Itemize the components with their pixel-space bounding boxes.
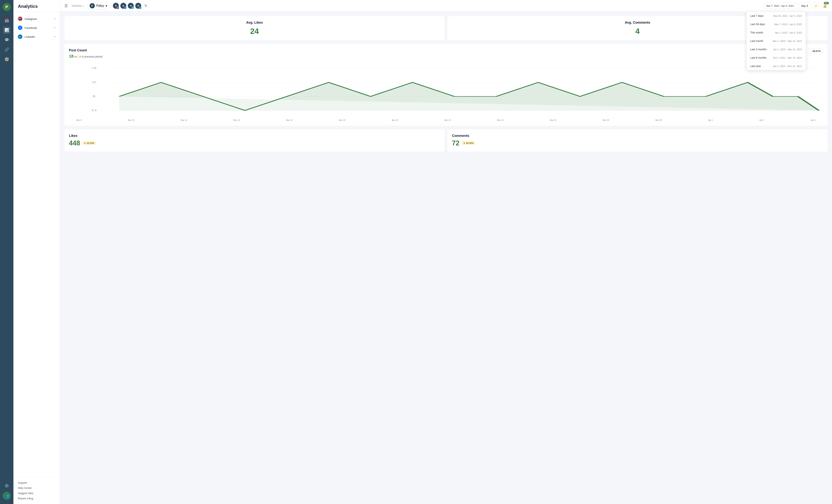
app-logo: P — [3, 3, 11, 11]
comments-value: 72 ▼ 50.34% — [452, 139, 823, 147]
instagram-badge: 📷 — [116, 6, 119, 9]
dropdown-item-last30days[interactable]: Last 30 days Mar 7, 2022 - Apr 5, 2022 — [747, 20, 806, 28]
chart-x-labels: Mar 8 Mar 10 Mar 12 Mar 14 Mar 16 Mar 18… — [69, 119, 823, 121]
sidebar-item-explore[interactable]: 🧭 — [3, 55, 10, 63]
linkedin-label: LinkedIn — [25, 35, 35, 38]
viewing-label: VIEWING > — [72, 4, 84, 7]
comments-card: Comments 72 ▼ 50.34% — [447, 130, 828, 151]
chart-label: Mar 26 — [550, 119, 556, 121]
up-arrow-icon: ↑ — [810, 50, 812, 53]
suggest-idea-link[interactable]: Suggest Idea — [18, 491, 55, 496]
sidebar-item-settings[interactable]: ⚙️ — [3, 482, 10, 489]
menu-button[interactable]: ☰ — [64, 3, 69, 9]
likes-card: Likes 448 ▼ 10.10% — [64, 130, 444, 151]
comments-change-badge: ▼ 50.34% — [462, 141, 475, 145]
sidebar-item-analytics[interactable]: 📊 — [3, 26, 10, 34]
avg-likes-value: 24 — [69, 27, 440, 36]
dropdown-item-last7days[interactable]: Last 7 days Mar 30, 2022 - Apr 5, 2022 — [747, 12, 806, 20]
chart-label: Mar 22 — [444, 119, 451, 121]
chevron-down-icon: ▾ — [54, 18, 55, 20]
likes-value: 448 ▼ 10.10% — [69, 139, 440, 147]
notification-button[interactable]: 🔔 50+ — [822, 2, 828, 9]
page-title: Analytics — [18, 4, 55, 9]
lightning-button[interactable]: ⚡ — [813, 2, 819, 9]
chart-label: Mar 12 — [181, 119, 187, 121]
bottom-stat-cards: Likes 448 ▼ 10.10% Comments 72 ▼ 50.34% — [64, 130, 828, 151]
topbar-right: Mar 7, 2022 - Apr 5, 2022 Day ▾ ⚡ 🔔 50+ — [763, 2, 828, 9]
likes-title: Likes — [69, 134, 440, 138]
chart-label: Mar 18 — [339, 119, 345, 121]
percent-change-badge: ↑ 28.57% — [808, 48, 823, 54]
account-avatar: P — [89, 3, 95, 8]
chart-label: Mar 24 — [497, 119, 503, 121]
dropdown-item-last6months[interactable]: Last 6 months Oct 1, 2021 - Mar 31, 2022 — [747, 54, 806, 62]
help-center-link[interactable]: Help Center — [18, 485, 55, 491]
account-name: Pallyy — [96, 4, 104, 7]
svg-text:1: 1 — [91, 95, 97, 97]
svg-text:0: 0 — [91, 109, 97, 112]
sidebar-item-instagram[interactable]: 📷 Instagram ▾ — [14, 14, 60, 23]
sidebar-footer: Support Help Center Suggest Idea Report … — [14, 477, 60, 504]
dropdown-item-last3months[interactable]: Last 3 months Jan 1, 2022 - Mar 31, 2022 — [747, 45, 806, 54]
platform-avatar-instagram[interactable]: P 📷 — [112, 2, 119, 9]
chart-label: Apr 1 — [708, 119, 713, 121]
account-chevron-icon: ▾ — [106, 4, 107, 8]
chart-label: Mar 14 — [233, 119, 240, 121]
instagram-icon: 📷 — [18, 17, 22, 21]
day-selector[interactable]: Day ▾ — [799, 3, 810, 9]
instagram-label: Instagram — [25, 17, 37, 21]
svg-text:3: 3 — [91, 67, 97, 69]
post-count-chart: 3 2 1 0 — [69, 65, 823, 117]
sidebar-item-messages[interactable]: 💬 — [3, 36, 10, 44]
chevron-down-icon: ▾ — [54, 35, 55, 38]
stat-cards: Avg. Likes 24 Avg. Comments 4 — [64, 16, 828, 40]
platform-avatar-twitter[interactable]: P t — [127, 2, 134, 9]
sidebar-header: Analytics — [14, 0, 60, 12]
sidebar-item-facebook[interactable]: f Facebook ▾ — [14, 23, 60, 32]
sidebar-item-users[interactable]: 👥 — [3, 492, 11, 500]
facebook-icon: f — [18, 26, 22, 30]
chart-label: Mar 16 — [286, 119, 292, 121]
platform-avatars: P 📷 P f P t P in — [112, 2, 141, 9]
chart-label: Mar 30 — [655, 119, 662, 121]
notification-badge: 50+ — [824, 2, 829, 4]
dropdown-item-this-month[interactable]: This month Apr 1, 2022 - Apr 5, 2022 — [747, 28, 806, 37]
chart-label: Mar 8 — [76, 119, 82, 121]
report-bug-link[interactable]: Report a Bug — [18, 496, 55, 501]
sidebar-item-links[interactable]: 🔗 — [3, 46, 10, 53]
date-range-dropdown: Last 7 days Mar 30, 2022 - Apr 5, 2022 L… — [746, 11, 806, 71]
facebook-label: Facebook — [25, 26, 37, 29]
day-chevron-icon: ▾ — [807, 4, 808, 7]
topbar: ☰ VIEWING > P Pallyy ▾ P 📷 P f P t P — [60, 0, 832, 12]
dropdown-item-last-year[interactable]: Last year Jan 1, 2021 - Dec 31, 2021 — [747, 62, 806, 70]
sidebar-item-calendar[interactable]: 📅 — [3, 17, 10, 24]
chart-svg: 3 2 1 0 — [69, 65, 823, 117]
main-content: ☰ VIEWING > P Pallyy ▾ P 📷 P f P t P — [60, 0, 832, 504]
avg-likes-card: Avg. Likes 24 — [64, 16, 444, 40]
chart-label: Mar 28 — [603, 119, 609, 121]
post-count-section: Post Count 18 vs. 14 in previous period … — [64, 44, 828, 126]
facebook-badge: f — [124, 6, 127, 9]
sidebar-nav: 📷 Instagram ▾ f Facebook ▾ in LinkedIn ▾ — [14, 12, 60, 477]
refresh-button[interactable]: ↻ — [145, 4, 147, 8]
dropdown-item-last-month[interactable]: Last month Mar 1, 2022 - Mar 31, 2022 — [747, 37, 806, 45]
chart-label: Mar 20 — [392, 119, 398, 121]
post-count-subtitle: 18 vs. 14 in previous period — [69, 54, 102, 59]
chevron-down-icon: ▾ — [54, 26, 55, 29]
account-selector[interactable]: P Pallyy ▾ — [87, 2, 110, 10]
twitter-badge: t — [132, 6, 134, 9]
chart-label: Apr 5 — [811, 119, 815, 121]
comments-title: Comments — [452, 134, 823, 138]
platform-avatar-linkedin[interactable]: P in — [135, 2, 141, 9]
linkedin-badge: in — [139, 6, 141, 9]
icon-navigation: P 📅 📊 💬 🔗 🧭 ⚙️ 👥 — [0, 0, 14, 504]
sidebar-item-linkedin[interactable]: in LinkedIn ▾ — [14, 32, 60, 41]
chart-label: Mar 10 — [128, 119, 134, 121]
platform-avatar-facebook[interactable]: P f — [120, 2, 127, 9]
sidebar: Analytics 📷 Instagram ▾ f Facebook ▾ in … — [14, 0, 60, 504]
avg-likes-title: Avg. Likes — [69, 21, 440, 25]
support-link[interactable]: Support — [18, 480, 55, 485]
content-area: Avg. Likes 24 Avg. Comments 4 Post Count… — [60, 12, 832, 504]
date-range-button[interactable]: Mar 7, 2022 - Apr 5, 2022 — [763, 3, 797, 9]
post-count-title: Post Count — [69, 48, 102, 52]
